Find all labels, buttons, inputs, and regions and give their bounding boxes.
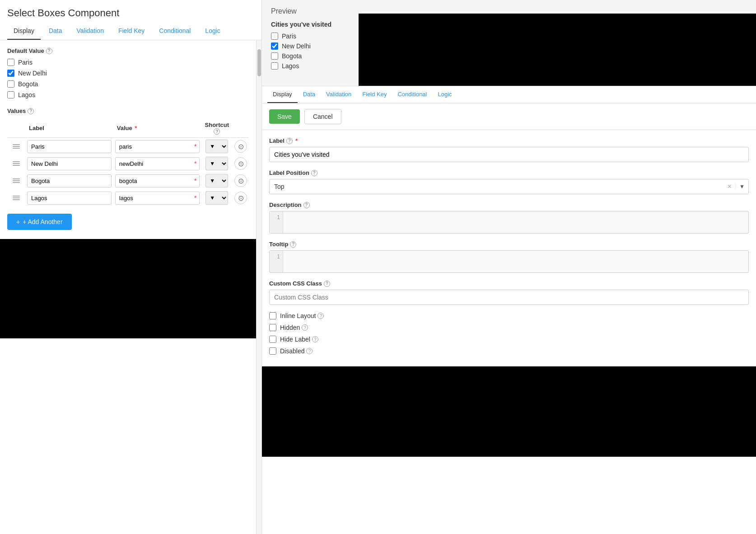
left-panel: Select Boxes Component Display Data Vali… <box>0 0 262 534</box>
remove-btn-bogota[interactable]: ⊙ <box>234 174 247 187</box>
remove-btn-paris[interactable]: ⊙ <box>234 140 247 153</box>
value-input-paris[interactable] <box>115 140 200 153</box>
hide-label-checkbox[interactable] <box>269 336 276 343</box>
label-required-star: * <box>295 137 298 144</box>
drag-handle[interactable] <box>9 159 23 168</box>
inline-layout-group: Inline Layout ? <box>269 312 749 319</box>
list-item: New Delhi <box>7 70 249 77</box>
new-delhi-label: New Delhi <box>18 70 47 77</box>
inner-tab-display[interactable]: Display <box>267 86 298 103</box>
preview-form: Cities you've visited Paris New Delhi Bo… <box>271 21 331 79</box>
drag-handle[interactable] <box>9 142 23 150</box>
custom-css-input[interactable] <box>269 290 749 305</box>
scrollbar-track[interactable] <box>256 40 261 534</box>
col-shortcut-header: Shortcut ? <box>201 119 233 138</box>
lagos-label: Lagos <box>18 91 35 98</box>
save-button[interactable]: Save <box>269 109 300 124</box>
hide-label-help-icon[interactable]: ? <box>312 336 318 342</box>
inner-tab-validation[interactable]: Validation <box>321 86 357 103</box>
tooltip-help-icon[interactable]: ? <box>290 241 296 248</box>
description-label: Description ? <box>269 201 749 208</box>
label-input-paris[interactable] <box>27 140 112 153</box>
inline-layout-help-icon[interactable]: ? <box>317 313 324 319</box>
preview-bogota-checkbox[interactable] <box>271 52 278 60</box>
inline-layout-checkbox[interactable] <box>269 312 276 319</box>
tab-data[interactable]: Data <box>42 23 69 40</box>
add-another-button[interactable]: + + Add Another <box>7 214 72 230</box>
inner-tab-logic[interactable]: Logic <box>432 86 457 103</box>
preview-field-label: Cities you've visited <box>271 21 331 28</box>
preview-new-delhi-checkbox[interactable] <box>271 42 278 50</box>
select-clear-icon[interactable]: × <box>724 183 735 191</box>
drag-handle[interactable] <box>9 177 23 185</box>
tooltip-group: Tooltip ? 1 <box>269 241 749 273</box>
custom-css-help-icon[interactable]: ? <box>324 281 330 287</box>
label-position-help-icon[interactable]: ? <box>311 170 317 176</box>
values-help-icon[interactable]: ? <box>28 108 34 114</box>
preview-new-delhi-label: New Delhi <box>282 42 311 50</box>
list-item: Lagos <box>7 91 249 98</box>
shortcut-help-icon[interactable]: ? <box>214 128 220 135</box>
value-required-star: * <box>135 125 137 131</box>
label-input-bogota[interactable] <box>27 174 112 187</box>
label-help-icon[interactable]: ? <box>286 138 293 144</box>
inline-layout-label: Inline Layout ? <box>280 312 324 319</box>
paris-checkbox[interactable] <box>7 59 14 66</box>
value-input-bogota[interactable] <box>115 174 200 187</box>
new-delhi-checkbox[interactable] <box>7 70 14 77</box>
tooltip-input[interactable] <box>283 251 748 272</box>
tab-validation[interactable]: Validation <box>70 23 110 40</box>
custom-css-group: Custom CSS Class ? <box>269 280 749 305</box>
label-position-select[interactable]: Top × ▼ <box>269 179 749 194</box>
hidden-help-icon[interactable]: ? <box>302 324 308 331</box>
list-item: Lagos <box>271 62 331 70</box>
disabled-help-icon[interactable]: ? <box>306 348 313 354</box>
hide-label-group: Hide Label ? <box>269 336 749 343</box>
default-value-help-icon[interactable]: ? <box>46 48 52 54</box>
list-item: New Delhi <box>271 42 331 50</box>
value-input-lagos[interactable] <box>115 192 200 205</box>
label-field-group: Label ? * <box>269 137 749 162</box>
value-input-new-delhi[interactable] <box>115 157 200 170</box>
disabled-checkbox[interactable] <box>269 347 276 355</box>
right-panel: Preview Cities you've visited Paris New … <box>262 0 756 534</box>
cancel-button[interactable]: Cancel <box>304 109 341 124</box>
value-req-star: * <box>194 160 196 167</box>
tab-logic[interactable]: Logic <box>199 23 226 40</box>
shortcut-select-bogota[interactable]: ▼ <box>205 174 228 187</box>
inner-tab-field-key[interactable]: Field Key <box>357 86 392 103</box>
preview-bogota-label: Bogota <box>282 52 302 60</box>
shortcut-select-lagos[interactable]: ▼ <box>205 191 228 205</box>
remove-btn-lagos[interactable]: ⊙ <box>234 192 247 204</box>
inner-tab-conditional[interactable]: Conditional <box>392 86 432 103</box>
remove-btn-new-delhi[interactable]: ⊙ <box>234 157 247 170</box>
table-row: * ▼ ⊙ <box>7 189 249 206</box>
scrollbar-thumb[interactable] <box>257 49 261 76</box>
add-icon: + <box>16 218 20 225</box>
description-input[interactable] <box>283 211 748 233</box>
description-editor: 1 <box>269 211 749 234</box>
chevron-down-icon[interactable]: ▼ <box>735 183 748 190</box>
bogota-label: Bogota <box>18 80 38 88</box>
hidden-checkbox[interactable] <box>269 324 276 331</box>
shortcut-select-new-delhi[interactable]: ▼ <box>205 157 228 170</box>
drag-handle[interactable] <box>9 194 23 202</box>
tab-display[interactable]: Display <box>7 23 41 40</box>
description-help-icon[interactable]: ? <box>303 202 310 208</box>
preview-paris-checkbox[interactable] <box>271 33 278 40</box>
list-item: Paris <box>271 33 331 40</box>
left-tabs: Display Data Validation Field Key Condit… <box>0 23 261 40</box>
inner-tab-data[interactable]: Data <box>298 86 321 103</box>
tab-conditional[interactable]: Conditional <box>153 23 197 40</box>
label-input[interactable] <box>269 147 749 162</box>
bogota-checkbox[interactable] <box>7 80 14 88</box>
lagos-checkbox[interactable] <box>7 91 14 98</box>
black-overlay-left <box>0 239 256 338</box>
tab-field-key[interactable]: Field Key <box>112 23 151 40</box>
preview-lagos-checkbox[interactable] <box>271 62 278 70</box>
tooltip-editor: 1 <box>269 250 749 273</box>
shortcut-select-paris[interactable]: ▼ <box>205 140 228 153</box>
label-input-new-delhi[interactable] <box>27 157 112 170</box>
label-input-lagos[interactable] <box>27 192 112 205</box>
hide-label-label: Hide Label ? <box>280 336 318 343</box>
